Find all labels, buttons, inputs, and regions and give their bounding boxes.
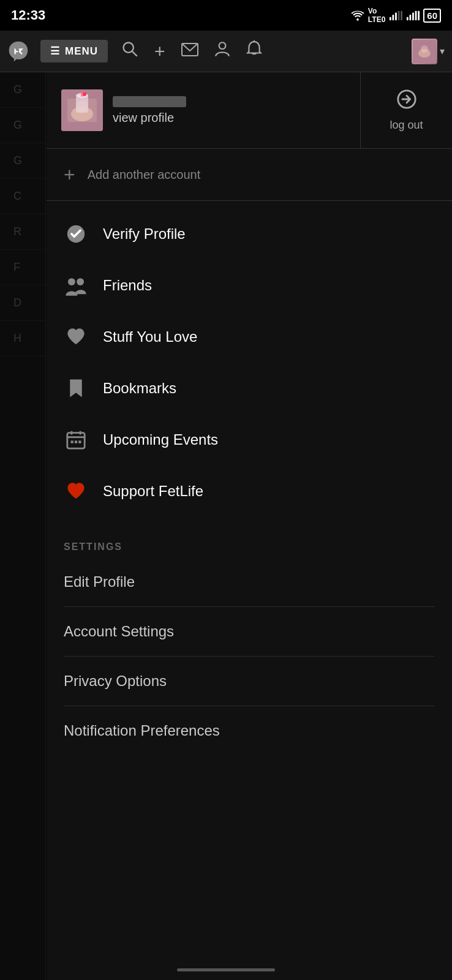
verify-icon — [64, 222, 88, 246]
svg-rect-5 — [407, 17, 409, 21]
add-icon[interactable]: + — [152, 41, 168, 62]
add-account-label: Add another account — [88, 168, 201, 182]
dropdown-panel: view profile log out + Add another accou… — [47, 72, 452, 980]
logout-label: log out — [390, 119, 423, 132]
svg-rect-35 — [75, 440, 77, 443]
notifications-icon[interactable] — [244, 40, 265, 62]
battery-indicator: 60 — [423, 9, 441, 23]
settings-item-notification-preferences[interactable]: Notification Preferences — [64, 706, 435, 755]
friends-icon — [64, 273, 88, 298]
svg-rect-8 — [415, 11, 417, 21]
settings-section: SETTINGS Edit Profile Account Settings P… — [47, 524, 452, 760]
svg-rect-9 — [418, 11, 420, 21]
svg-rect-34 — [71, 440, 73, 443]
svg-rect-6 — [410, 15, 412, 20]
profile-info: view profile — [113, 96, 186, 125]
menu-item-bookmarks-label: Bookmarks — [103, 380, 176, 397]
calendar-icon — [64, 428, 88, 452]
profile-avatar — [61, 89, 103, 131]
profile-section: view profile log out — [47, 72, 452, 149]
signal-icon-2 — [406, 10, 420, 21]
menu-item-stuff-label: Stuff You Love — [103, 328, 197, 345]
heart-icon — [64, 325, 88, 349]
svg-point-17 — [421, 45, 428, 53]
svg-rect-22 — [76, 96, 88, 113]
svg-rect-4 — [401, 11, 403, 21]
svg-point-28 — [68, 278, 75, 285]
status-bar: 12:33 VoLTE0 60 — [0, 0, 452, 31]
profile-icon[interactable] — [212, 40, 233, 62]
profile-left[interactable]: view profile — [47, 72, 360, 148]
svg-point-10 — [124, 43, 134, 53]
status-icons: VoLTE0 60 — [351, 7, 441, 24]
settings-item-account-settings[interactable]: Account Settings — [64, 607, 435, 657]
menu-item-friends[interactable]: Friends — [47, 260, 452, 311]
logout-button[interactable]: log out — [360, 72, 452, 148]
edit-profile-label: Edit Profile — [64, 573, 135, 590]
menu-item-support-label: Support FetLife — [103, 483, 203, 500]
svg-point-13 — [219, 42, 225, 49]
profile-username-blur — [113, 96, 186, 107]
settings-header: SETTINGS — [64, 541, 435, 552]
logout-icon — [396, 89, 417, 114]
menu-items-list: Verify Profile Friends Stuff You Love — [47, 201, 452, 524]
menu-button[interactable]: ☰ MENU — [40, 40, 108, 62]
support-heart-icon — [64, 479, 88, 503]
settings-item-edit-profile[interactable]: Edit Profile — [64, 557, 435, 607]
add-account-button[interactable]: + Add another account — [47, 149, 452, 201]
settings-item-privacy-options[interactable]: Privacy Options — [64, 657, 435, 706]
svg-point-29 — [77, 278, 84, 285]
menu-item-upcoming-events[interactable]: Upcoming Events — [47, 414, 452, 466]
status-time: 12:33 — [11, 7, 45, 23]
menu-item-friends-label: Friends — [103, 277, 152, 294]
view-profile-label: view profile — [113, 111, 186, 125]
privacy-options-label: Privacy Options — [64, 673, 167, 689]
mail-icon[interactable] — [179, 42, 201, 61]
notification-preferences-label: Notification Preferences — [64, 722, 220, 739]
menu-item-events-label: Upcoming Events — [103, 431, 218, 448]
account-settings-label: Account Settings — [64, 623, 174, 639]
home-indicator — [177, 968, 275, 971]
chevron-down-icon: ▾ — [440, 45, 445, 57]
add-account-icon: + — [64, 165, 75, 184]
svg-point-25 — [83, 92, 86, 96]
svg-rect-1 — [393, 15, 394, 20]
nav-avatar — [412, 39, 437, 64]
menu-item-support[interactable]: Support FetLife — [47, 466, 452, 517]
search-icon[interactable] — [119, 40, 141, 62]
svg-rect-36 — [78, 440, 81, 443]
signal-icon-1 — [389, 10, 402, 21]
svg-rect-0 — [390, 17, 391, 21]
hamburger-icon: ☰ — [50, 45, 60, 58]
vo-icon: VoLTE0 — [368, 7, 385, 24]
menu-item-stuff-you-love[interactable]: Stuff You Love — [47, 311, 452, 363]
bookmark-icon — [64, 376, 88, 401]
menu-item-verify-profile[interactable]: Verify Profile — [47, 208, 452, 260]
menu-item-bookmarks[interactable]: Bookmarks — [47, 363, 452, 414]
nav-avatar-group[interactable]: ▾ — [412, 39, 445, 64]
svg-rect-2 — [395, 12, 397, 20]
menu-item-verify-profile-label: Verify Profile — [103, 225, 186, 243]
svg-rect-7 — [412, 12, 414, 20]
top-nav: ☰ MENU + — [0, 31, 452, 72]
wifi-icon — [351, 10, 364, 21]
svg-rect-3 — [398, 11, 400, 21]
svg-line-11 — [132, 51, 137, 56]
app-logo — [7, 40, 29, 62]
